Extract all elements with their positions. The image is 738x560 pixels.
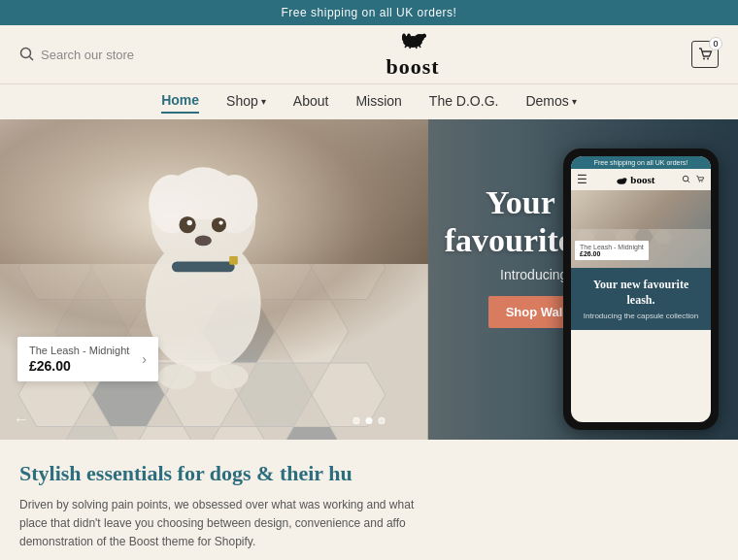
cart-count: 0 — [709, 37, 722, 50]
svg-point-13 — [703, 58, 705, 60]
mobile-header: ☰ boost — [571, 169, 711, 190]
section-body: Driven by solving pain points, we obsess… — [19, 496, 719, 552]
shop-chevron-icon: ▾ — [261, 96, 266, 107]
search-icon — [19, 47, 35, 62]
hero-prev-button[interactable]: ← — [14, 411, 29, 428]
svg-point-39 — [180, 216, 196, 233]
svg-point-11 — [402, 33, 406, 40]
nav-dog-label: The D.O.G. — [429, 93, 499, 109]
svg-point-47 — [211, 364, 249, 389]
nav-home-label: Home — [161, 92, 199, 108]
nav-item-mission[interactable]: Mission — [355, 92, 401, 114]
nav-about-label: About — [293, 93, 329, 109]
site-header: Search our store boost 0 — [0, 25, 738, 83]
nav-item-shop[interactable]: Shop ▾ — [226, 92, 266, 114]
logo-text: boost — [386, 54, 439, 79]
section-content: Stylish essentials for dogs & their hu D… — [19, 461, 719, 552]
product-preview-card[interactable]: The Leash - Midnight £26.00 › — [17, 337, 158, 381]
section-intro: Stylish essentials for dogs & their hu D… — [0, 440, 738, 552]
product-card-info: The Leash - Midnight £26.00 — [29, 345, 129, 374]
cart-button[interactable]: 0 — [691, 41, 719, 68]
mobile-banner: Free shipping on all UK orders! — [571, 156, 711, 169]
svg-point-41 — [187, 219, 192, 224]
mobile-product-card: The Leash - Midnight £26.00 — [575, 241, 649, 260]
svg-point-14 — [707, 58, 709, 60]
nav-demos-label: Demos — [525, 93, 568, 109]
svg-point-52 — [699, 181, 700, 181]
mobile-logo: boost — [615, 174, 655, 185]
svg-point-43 — [195, 235, 212, 246]
svg-point-49 — [622, 178, 627, 181]
svg-point-5 — [423, 33, 426, 36]
mobile-inner-screen: Free shipping on all UK orders! ☰ boost — [571, 156, 711, 422]
demos-chevron-icon: ▾ — [572, 96, 577, 107]
nav-item-home[interactable]: Home — [161, 92, 199, 114]
banner-text: Free shipping on all UK orders! — [282, 6, 457, 19]
hero-dot-3[interactable] — [379, 417, 386, 424]
svg-line-51 — [688, 181, 689, 182]
mobile-hero-subtitle: Introducing the capsule collection — [579, 312, 703, 320]
svg-point-53 — [701, 181, 702, 181]
svg-point-46 — [158, 364, 196, 389]
mobile-hero-title: Your new favourite leash. — [579, 278, 703, 308]
nav-item-demos[interactable]: Demos ▾ — [525, 92, 576, 114]
hero-section: Your new favourite leash. Introducing th… — [0, 119, 738, 440]
svg-point-0 — [21, 49, 31, 58]
product-card-price: £26.00 — [29, 358, 129, 374]
hero-pagination — [353, 417, 386, 424]
mobile-menu-icon: ☰ — [577, 173, 587, 186]
svg-line-8 — [416, 45, 417, 49]
svg-rect-44 — [172, 261, 235, 272]
hero-dot-2[interactable] — [366, 417, 373, 424]
hero-image-area — [0, 119, 428, 440]
site-logo[interactable]: boost — [386, 30, 439, 80]
svg-point-12 — [407, 33, 411, 40]
nav-shop-label: Shop — [226, 93, 258, 109]
mobile-header-icons — [682, 175, 705, 184]
svg-line-1 — [30, 57, 34, 61]
mobile-hero-image: The Leash - Midnight £26.00 — [571, 190, 711, 268]
svg-rect-45 — [229, 256, 238, 265]
svg-point-42 — [219, 220, 223, 224]
nav-item-dog[interactable]: The D.O.G. — [429, 92, 499, 114]
mobile-preview-mockup: Free shipping on all UK orders! ☰ boost — [563, 148, 719, 430]
search-label: Search our store — [41, 48, 134, 62]
logo-dog-icon — [386, 30, 439, 54]
nav-item-about[interactable]: About — [293, 92, 329, 114]
main-nav: Home Shop ▾ About Mission The D.O.G. Dem… — [0, 83, 738, 119]
svg-point-40 — [212, 217, 226, 232]
section-title: Stylish essentials for dogs & their hu — [19, 461, 719, 486]
announcement-banner: Free shipping on all UK orders! — [0, 0, 738, 25]
svg-point-38 — [172, 167, 235, 219]
search-area[interactable]: Search our store — [19, 47, 134, 62]
svg-point-50 — [683, 176, 688, 181]
product-card-name: The Leash - Midnight — [29, 345, 129, 356]
hero-dot-1[interactable] — [353, 417, 360, 424]
svg-line-7 — [410, 45, 411, 49]
mobile-hero-text: Your new favourite leash. Introducing th… — [571, 268, 711, 330]
nav-mission-label: Mission — [355, 93, 401, 109]
product-card-arrow-icon[interactable]: › — [142, 351, 147, 367]
